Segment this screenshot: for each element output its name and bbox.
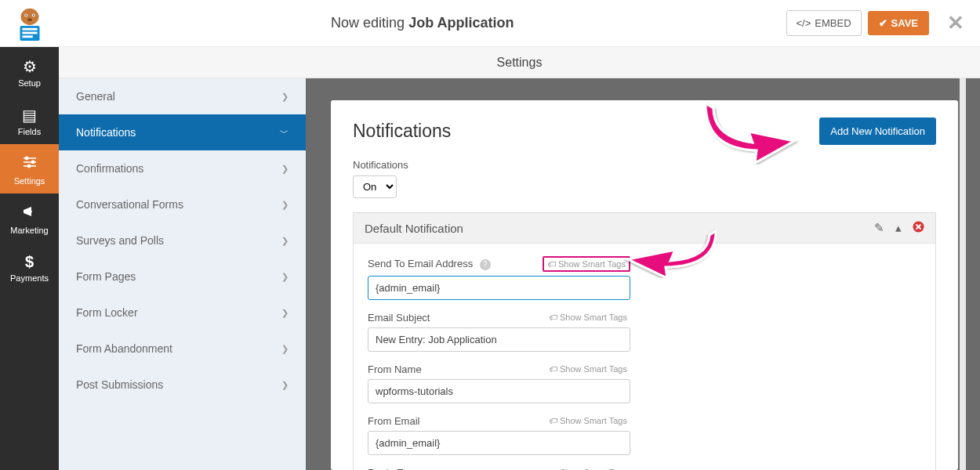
tags-icon: 🏷 (549, 364, 557, 374)
main-frame: ⚙ Setup ▤ Fields Settings Marketing $ Pa… (0, 47, 980, 470)
check-icon: ✔ (879, 17, 887, 29)
delete-icon[interactable] (913, 221, 924, 235)
field-subject: Email Subject 🏷Show Smart Tags (368, 311, 630, 352)
show-smart-tags-from-email[interactable]: 🏷Show Smart Tags (546, 414, 630, 427)
svg-point-3 (25, 14, 27, 16)
field-from-email: From Email 🏷Show Smart Tags (368, 414, 630, 455)
from-email-label: From Email (368, 415, 419, 427)
now-editing-label: Now editing Job Application (59, 15, 786, 31)
chevron-right-icon: ❯ (281, 164, 289, 174)
from-name-label: From Name (368, 363, 422, 375)
from-name-input[interactable] (368, 379, 630, 403)
wpforms-logo (0, 5, 59, 42)
sidebar-item-post-submissions[interactable]: Post Submissions❯ (59, 367, 306, 403)
notification-card: Default Notification ✎ ▴ (353, 212, 936, 470)
sidebar-item-form-abandonment[interactable]: Form Abandonment❯ (59, 331, 306, 367)
notifications-enable-select[interactable]: On (353, 175, 397, 198)
close-icon[interactable]: ✕ (947, 11, 964, 35)
logo-icon (11, 5, 49, 42)
edit-icon[interactable]: ✎ (874, 221, 884, 235)
card-title: Default Notification (365, 222, 463, 235)
chevron-right-icon: ❯ (281, 236, 289, 246)
sidebar-item-notifications[interactable]: Notifications﹀ (59, 114, 306, 150)
chevron-right-icon: ❯ (281, 272, 289, 282)
tags-icon: 🏷 (547, 259, 556, 269)
card-header: Default Notification ✎ ▴ (354, 213, 935, 244)
send-to-label: Send To Email Address ? (368, 258, 491, 270)
subject-input[interactable] (368, 327, 630, 352)
tags-icon: 🏷 (549, 416, 557, 425)
sidebar-item-form-pages[interactable]: Form Pages❯ (59, 258, 306, 295)
save-button[interactable]: ✔ SAVE (868, 11, 929, 35)
rail-item-settings[interactable]: Settings (0, 144, 59, 193)
rail-item-setup[interactable]: ⚙ Setup (0, 47, 59, 96)
sliders-icon (0, 154, 59, 174)
collapse-icon[interactable]: ▴ (895, 221, 902, 235)
chevron-right-icon: ❯ (281, 344, 289, 354)
sidebar-item-conversational-forms[interactable]: Conversational Forms❯ (59, 186, 306, 222)
gear-icon: ⚙ (0, 57, 59, 76)
content-panel: Notifications Add New Notification Notif… (331, 100, 958, 470)
svg-rect-7 (22, 27, 37, 30)
sidebar-item-surveys-polls[interactable]: Surveys and Polls❯ (59, 222, 306, 258)
sidebar-item-form-locker[interactable]: Form Locker❯ (59, 295, 306, 331)
card-actions: ✎ ▴ (874, 221, 924, 235)
svg-point-14 (31, 161, 34, 163)
rail-item-fields[interactable]: ▤ Fields (0, 96, 59, 144)
chevron-right-icon: ❯ (281, 380, 289, 390)
sidebar-item-confirmations[interactable]: Confirmations❯ (59, 150, 306, 186)
dollar-icon: $ (0, 253, 59, 271)
from-email-input[interactable] (368, 431, 630, 455)
sidebar-item-general[interactable]: General❯ (59, 78, 306, 114)
field-from-name: From Name 🏷Show Smart Tags (368, 363, 630, 403)
card-body: Send To Email Address ? 🏷Show Smart Tags (354, 244, 935, 470)
bullhorn-icon (0, 204, 59, 223)
help-icon[interactable]: ? (480, 259, 491, 270)
show-smart-tags-subject[interactable]: 🏷Show Smart Tags (546, 311, 630, 324)
show-smart-tags-from-name[interactable]: 🏷Show Smart Tags (546, 363, 630, 375)
svg-point-5 (27, 18, 32, 21)
chevron-right-icon: ❯ (281, 92, 289, 102)
reply-to-label: Reply-To (368, 467, 408, 471)
add-new-notification-button[interactable]: Add New Notification (819, 118, 936, 145)
show-smart-tags-send-to[interactable]: 🏷Show Smart Tags (543, 256, 630, 272)
top-bar: Now editing Job Application </> EMBED ✔ … (0, 0, 980, 47)
panel-body: General❯ Notifications﹀ Confirmations❯ C… (59, 78, 980, 470)
top-right-actions: </> EMBED ✔ SAVE ✕ (786, 10, 980, 36)
content-title: Notifications (353, 121, 451, 142)
chevron-right-icon: ❯ (281, 308, 289, 318)
code-icon: </> (797, 17, 811, 29)
svg-point-15 (27, 164, 30, 167)
rail-item-marketing[interactable]: Marketing (0, 193, 59, 243)
svg-rect-8 (22, 31, 37, 34)
svg-point-4 (32, 14, 34, 16)
panel-frame: Settings General❯ Notifications﹀ Confirm… (59, 47, 980, 470)
list-icon: ▤ (0, 106, 59, 125)
content-wrap: Notifications Add New Notification Notif… (306, 78, 980, 470)
field-send-to: Send To Email Address ? 🏷Show Smart Tags (368, 256, 630, 300)
field-reply-to: Reply-To 🏷Show Smart Tags (368, 466, 630, 470)
scrollbar[interactable] (960, 78, 966, 470)
subject-label: Email Subject (368, 312, 430, 324)
svg-point-13 (25, 157, 27, 159)
notifications-enable-label: Notifications (353, 159, 936, 171)
embed-button[interactable]: </> EMBED (786, 10, 862, 36)
content-header: Notifications Add New Notification (353, 118, 936, 145)
send-to-input[interactable] (368, 276, 630, 300)
svg-point-0 (20, 8, 38, 24)
tags-icon: 🏷 (549, 313, 557, 322)
nav-rail: ⚙ Setup ▤ Fields Settings Marketing $ Pa… (0, 47, 59, 470)
svg-rect-9 (22, 35, 32, 38)
panel-title-bar: Settings (59, 47, 980, 78)
show-smart-tags-reply-to[interactable]: 🏷Show Smart Tags (546, 466, 630, 470)
chevron-down-icon: ﹀ (280, 127, 289, 139)
chevron-right-icon: ❯ (281, 200, 289, 210)
rail-item-payments[interactable]: $ Payments (0, 243, 59, 291)
settings-sidebar: General❯ Notifications﹀ Confirmations❯ C… (59, 78, 306, 470)
